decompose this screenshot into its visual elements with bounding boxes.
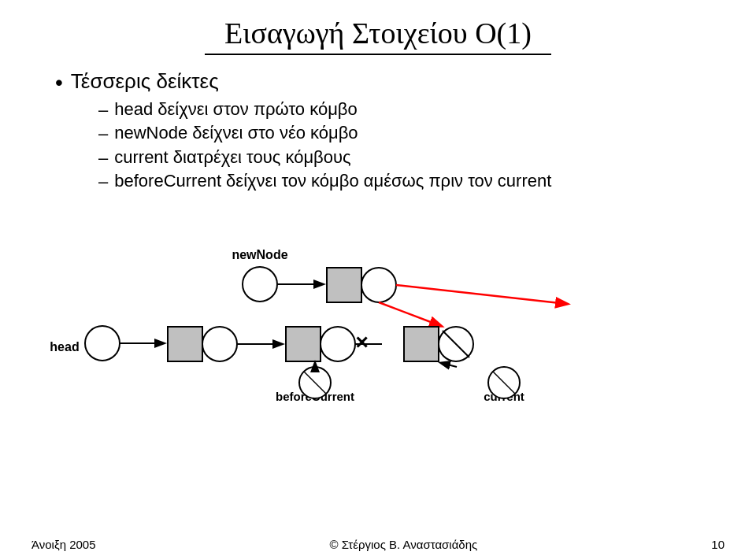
node1-circle <box>202 327 237 361</box>
diagram-area: newNode head <box>32 205 724 410</box>
newnode-target-square <box>327 268 361 302</box>
node2-square <box>286 327 321 361</box>
bullet-sub-4: – beforeCurrent δείχνει τον κόμβο αμέσως… <box>98 171 724 194</box>
dash-icon-4: – <box>98 171 108 194</box>
footer: Άνοιξη 2005 © Στέργιος Β. Αναστασιάδης 1… <box>0 538 756 551</box>
bullet-sub-text-3: current διατρέχει τους κόμβους <box>114 147 350 168</box>
head-label: head <box>50 340 79 354</box>
bullet-sub-text-4: beforeCurrent δείχνει τον κόμβο αμέσως π… <box>114 171 551 191</box>
bullet-main: • Τέσσερις δείκτες <box>55 69 724 96</box>
node3-square <box>404 327 439 361</box>
dash-icon-3: – <box>98 147 108 170</box>
dash-icon-2: – <box>98 123 108 146</box>
diagram-svg: newNode head <box>32 205 724 410</box>
title-section: Εισαγωγή Στοιχείου Ο(1) <box>32 16 724 55</box>
slide-container: Εισαγωγή Στοιχείου Ο(1) • Τέσσερις δείκτ… <box>0 0 756 559</box>
footer-right: 10 <box>711 538 724 551</box>
newnode-red-arrow-down <box>379 302 441 326</box>
bullet-sub-text-2: newNode δείχνει στο νέο κόμβο <box>114 123 358 143</box>
bullet-sub-1: – head δείχνει στον πρώτο κόμβο <box>98 99 724 122</box>
bullet-sub-3: – current διατρέχει τους κόμβους <box>98 147 724 170</box>
newnode-target-circle <box>361 268 396 302</box>
x-mark: ✕ <box>354 333 369 353</box>
dash-icon-1: – <box>98 99 108 122</box>
newnode-red-arrow-right <box>396 285 567 304</box>
slide-title: Εισαγωγή Στοιχείου Ο(1) <box>32 16 724 50</box>
node2-circle <box>321 327 355 361</box>
bullet-sub-2: – newNode δείχνει στο νέο κόμβο <box>98 123 724 146</box>
bullet-main-text: Τέσσερις δείκτες <box>71 69 219 94</box>
newnode-label: newNode <box>232 248 287 261</box>
head-pointer-circle <box>85 326 120 361</box>
newnode-pointer-circle <box>243 267 277 302</box>
bullet-sub-text-1: head δείχνει στον πρώτο κόμβο <box>114 99 357 120</box>
bullet-dot-icon: • <box>55 69 63 96</box>
title-underline <box>205 54 551 55</box>
footer-left: Άνοιξη 2005 <box>32 538 96 551</box>
footer-center: © Στέργιος Β. Αναστασιάδης <box>330 538 478 551</box>
bullet-section: • Τέσσερις δείκτες – head δείχνει στον π… <box>55 69 724 194</box>
node1-square <box>168 327 202 361</box>
current-arrow <box>441 363 457 367</box>
